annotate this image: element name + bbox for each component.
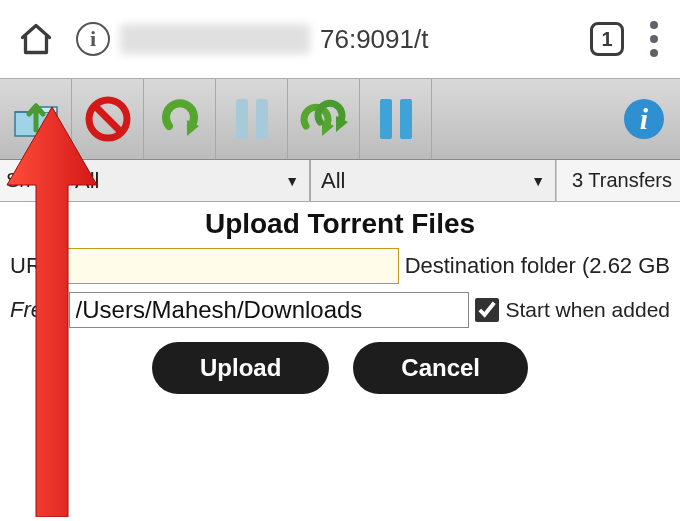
svg-text:i: i bbox=[640, 102, 649, 135]
filter-tracker-select[interactable]: All ▼ bbox=[310, 160, 556, 201]
destination-label: Destination folder (2.62 GB bbox=[405, 253, 670, 279]
destination-folder-input[interactable] bbox=[69, 292, 470, 328]
filter-tracker-value: All bbox=[321, 168, 345, 194]
app-toolbar: i bbox=[0, 78, 680, 160]
show-label: Sh bbox=[0, 160, 64, 201]
home-icon[interactable] bbox=[18, 21, 54, 57]
chevron-down-icon: ▼ bbox=[285, 173, 299, 189]
cancel-button[interactable]: Cancel bbox=[353, 342, 528, 394]
svg-rect-5 bbox=[400, 99, 412, 139]
info-button[interactable]: i bbox=[608, 96, 680, 142]
free-space-label: Fre.): bbox=[10, 297, 63, 323]
url-input[interactable] bbox=[60, 248, 399, 284]
tabs-count-value: 1 bbox=[601, 28, 612, 51]
browser-top-bar: i 76:9091/t 1 bbox=[0, 0, 680, 78]
pause-torrent-button[interactable] bbox=[216, 79, 288, 159]
svg-rect-2 bbox=[236, 99, 248, 139]
svg-rect-4 bbox=[380, 99, 392, 139]
tabs-count-button[interactable]: 1 bbox=[590, 22, 624, 56]
url-obscured-ip bbox=[120, 24, 310, 54]
filter-state-value: All bbox=[75, 168, 99, 194]
url-bar[interactable]: i 76:9091/t bbox=[76, 22, 568, 56]
chevron-down-icon: ▼ bbox=[531, 173, 545, 189]
start-all-button[interactable] bbox=[288, 79, 360, 159]
svg-rect-3 bbox=[256, 99, 268, 139]
url-label: URL bbox=[10, 253, 54, 279]
dialog-title: Upload Torrent Files bbox=[10, 208, 670, 240]
browser-menu-button[interactable] bbox=[646, 17, 662, 61]
remove-torrent-button[interactable] bbox=[72, 79, 144, 159]
pause-all-button[interactable] bbox=[360, 79, 432, 159]
filter-bar: Sh All ▼ All ▼ 3 Transfers bbox=[0, 160, 680, 202]
upload-dialog: Upload Torrent Files URL Destination fol… bbox=[0, 202, 680, 394]
start-when-added-checkbox[interactable] bbox=[475, 298, 499, 322]
upload-button[interactable]: Upload bbox=[152, 342, 329, 394]
svg-line-1 bbox=[96, 107, 120, 131]
open-torrent-button[interactable] bbox=[0, 79, 72, 159]
filter-state-select[interactable]: All ▼ bbox=[64, 160, 310, 201]
start-torrent-button[interactable] bbox=[144, 79, 216, 159]
url-visible-text: 76:9091/t bbox=[320, 24, 428, 55]
transfer-count-label: 3 Transfers bbox=[556, 160, 680, 201]
site-info-icon[interactable]: i bbox=[76, 22, 110, 56]
start-when-added-label: Start when added bbox=[505, 298, 670, 322]
